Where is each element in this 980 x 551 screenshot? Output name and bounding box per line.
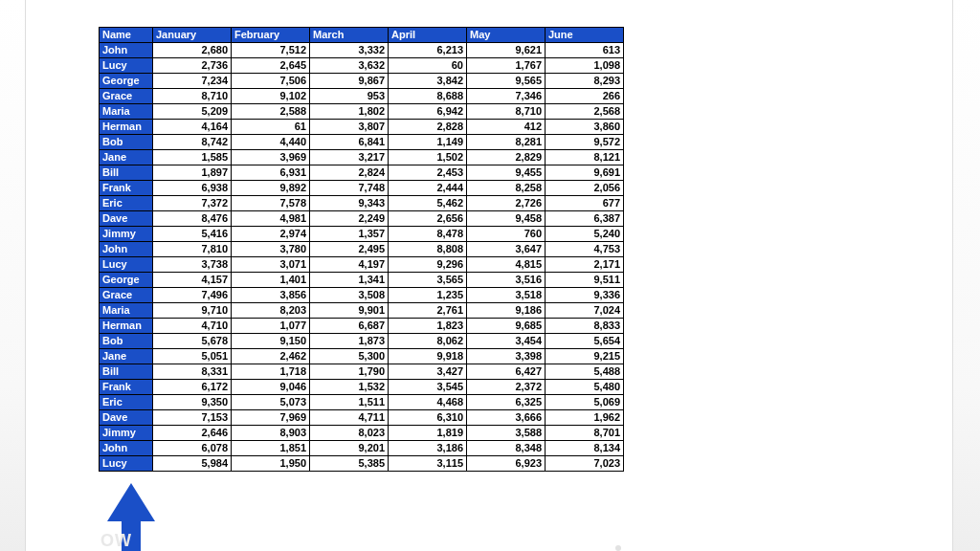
column-header: May — [467, 28, 546, 43]
table-row: Dave8,4764,9812,2492,6569,4586,387 — [100, 211, 624, 227]
watermark-text: OW — [100, 531, 132, 551]
value-cell: 5,488 — [546, 364, 624, 380]
value-cell: 1,401 — [232, 273, 310, 288]
table-row: Lucy3,7383,0714,1979,2964,8152,171 — [100, 257, 624, 273]
value-cell: 1,718 — [232, 364, 310, 380]
value-cell: 677 — [546, 196, 624, 211]
value-cell: 2,568 — [546, 104, 624, 120]
table-row: Bob8,7424,4406,8411,1498,2819,572 — [100, 135, 624, 150]
value-cell: 6,213 — [389, 43, 467, 58]
value-cell: 6,841 — [310, 135, 389, 150]
table-row: Dave7,1537,9694,7116,3103,6661,962 — [100, 410, 624, 426]
value-cell: 1,585 — [153, 150, 232, 165]
value-cell: 7,024 — [546, 303, 624, 319]
row-name-cell: Herman — [100, 319, 153, 334]
value-cell: 4,164 — [153, 120, 232, 135]
value-cell: 9,572 — [546, 135, 624, 150]
value-cell: 9,455 — [467, 165, 546, 181]
value-cell: 60 — [389, 58, 467, 74]
value-cell: 2,828 — [389, 120, 467, 135]
column-header: March — [310, 28, 389, 43]
value-cell: 2,824 — [310, 165, 389, 181]
value-cell: 4,468 — [389, 395, 467, 410]
value-cell: 3,860 — [546, 120, 624, 135]
value-cell: 3,856 — [232, 288, 310, 303]
value-cell: 9,296 — [389, 257, 467, 273]
value-cell: 8,808 — [389, 242, 467, 257]
value-cell: 9,710 — [153, 303, 232, 319]
value-cell: 9,621 — [467, 43, 546, 58]
value-cell: 7,372 — [153, 196, 232, 211]
column-header: June — [546, 28, 624, 43]
table-row: Herman4,164613,8072,8284123,860 — [100, 120, 624, 135]
value-cell: 4,753 — [546, 242, 624, 257]
value-cell: 266 — [546, 89, 624, 104]
value-cell: 1,532 — [310, 380, 389, 395]
value-cell: 3,071 — [232, 257, 310, 273]
row-name-cell: Maria — [100, 303, 153, 319]
value-cell: 8,134 — [546, 441, 624, 456]
value-cell: 4,197 — [310, 257, 389, 273]
value-cell: 3,516 — [467, 273, 546, 288]
value-cell: 613 — [546, 43, 624, 58]
value-cell: 3,780 — [232, 242, 310, 257]
value-cell: 2,588 — [232, 104, 310, 120]
value-cell: 8,348 — [467, 441, 546, 456]
table-row: Jimmy2,6468,9038,0231,8193,5888,701 — [100, 426, 624, 441]
row-name-cell: John — [100, 43, 153, 58]
value-cell: 8,293 — [546, 74, 624, 89]
row-name-cell: Grace — [100, 288, 153, 303]
value-cell: 1,511 — [310, 395, 389, 410]
row-name-cell: Grace — [100, 89, 153, 104]
row-name-cell: John — [100, 242, 153, 257]
value-cell: 5,462 — [389, 196, 467, 211]
column-header: February — [232, 28, 310, 43]
table-row: John2,6807,5123,3326,2139,621613 — [100, 43, 624, 58]
value-cell: 8,688 — [389, 89, 467, 104]
value-cell: 8,281 — [467, 135, 546, 150]
value-cell: 61 — [232, 120, 310, 135]
value-cell: 1,873 — [310, 334, 389, 349]
value-cell: 2,646 — [153, 426, 232, 441]
row-name-cell: Jimmy — [100, 227, 153, 242]
value-cell: 3,454 — [467, 334, 546, 349]
value-cell: 2,829 — [467, 150, 546, 165]
value-cell: 2,444 — [389, 181, 467, 196]
value-cell: 5,240 — [546, 227, 624, 242]
value-cell: 6,942 — [389, 104, 467, 120]
value-cell: 1,077 — [232, 319, 310, 334]
value-cell: 5,069 — [546, 395, 624, 410]
value-cell: 3,217 — [310, 150, 389, 165]
table-row: Jimmy5,4162,9741,3578,4787605,240 — [100, 227, 624, 242]
value-cell: 2,495 — [310, 242, 389, 257]
value-cell: 1,950 — [232, 456, 310, 472]
value-cell: 6,923 — [467, 456, 546, 472]
value-cell: 3,565 — [389, 273, 467, 288]
value-cell: 1,897 — [153, 165, 232, 181]
value-cell: 9,691 — [546, 165, 624, 181]
value-cell: 8,701 — [546, 426, 624, 441]
value-cell: 8,478 — [389, 227, 467, 242]
value-cell: 3,545 — [389, 380, 467, 395]
value-cell: 1,341 — [310, 273, 389, 288]
data-table-wrapper: NameJanuaryFebruaryMarchAprilMayJune Joh… — [99, 27, 624, 472]
value-cell: 1,962 — [546, 410, 624, 426]
table-row: Maria5,2092,5881,8026,9428,7102,568 — [100, 104, 624, 120]
value-cell: 7,496 — [153, 288, 232, 303]
value-cell: 7,810 — [153, 242, 232, 257]
value-cell: 1,819 — [389, 426, 467, 441]
value-cell: 1,235 — [389, 288, 467, 303]
row-name-cell: George — [100, 74, 153, 89]
value-cell: 2,056 — [546, 181, 624, 196]
row-name-cell: Eric — [100, 196, 153, 211]
value-cell: 9,685 — [467, 319, 546, 334]
value-cell: 8,742 — [153, 135, 232, 150]
value-cell: 8,710 — [153, 89, 232, 104]
value-cell: 953 — [310, 89, 389, 104]
value-cell: 4,710 — [153, 319, 232, 334]
document-page: NameJanuaryFebruaryMarchAprilMayJune Joh… — [25, 0, 953, 551]
value-cell: 9,458 — [467, 211, 546, 227]
value-cell: 3,807 — [310, 120, 389, 135]
value-cell: 8,062 — [389, 334, 467, 349]
decorative-dot — [615, 545, 621, 551]
